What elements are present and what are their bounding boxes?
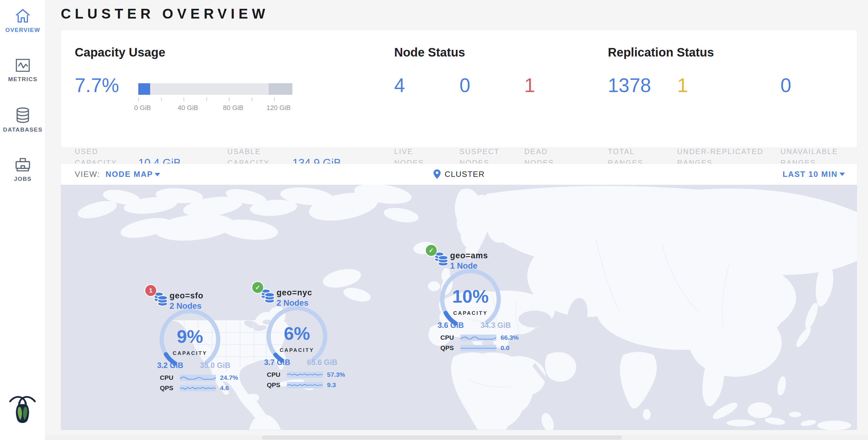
axis-tick-label: 80 GiB [223, 104, 243, 112]
capacity-total-label: 65.6 GiB [301, 358, 343, 367]
view-dropdown-value: NODE MAP [105, 169, 153, 179]
capacity-percent: 7.7% [75, 74, 119, 97]
summary-stat-value: 4 [394, 74, 405, 97]
map-toolbar: VIEW: NODE MAP CLUSTER LAST 10 MIN [61, 163, 857, 185]
cpu-label: CPU [440, 334, 456, 341]
cpu-label: CPU [267, 371, 283, 378]
capacity-used-label: 3.7 GiB [256, 358, 299, 367]
sidebar-item-overview[interactable]: OVERVIEW [0, 8, 45, 33]
cpu-sparkline [180, 375, 216, 381]
qps-value: 0.0 [501, 344, 509, 352]
location-pin-icon [433, 169, 441, 179]
capacity-total-label: 35.0 GiB [194, 361, 237, 370]
summary-stat-value: 1 [524, 74, 535, 97]
view-dropdown[interactable]: NODE MAP [105, 169, 160, 179]
sidebar-item-label: DATABASES [0, 126, 45, 133]
capacity-bar-reserved-segment [269, 83, 292, 95]
cpu-value: 57.3% [327, 371, 345, 378]
node-status-badge: ✓ [252, 282, 263, 293]
map-node-widget[interactable]: 1 geo=sfo 2 Nodes 9% CAPACITY 3.2 GiB 35… [143, 283, 243, 396]
sidebar-item-label: METRICS [0, 76, 45, 83]
node-status-badge: ✓ [426, 245, 437, 256]
home-icon [14, 8, 31, 24]
qps-label: QPS [267, 381, 283, 389]
axis-tick-label: 120 GiB [267, 104, 291, 112]
time-range-dropdown[interactable]: LAST 10 MIN [783, 169, 845, 179]
summary-stat-value: 0 [460, 74, 470, 97]
axis-tick [206, 97, 207, 101]
capacity-total-label: 34.3 GiB [474, 321, 517, 330]
summary-stat-value: 0 [780, 74, 792, 97]
horizontal-scrollbar-thumb[interactable] [262, 435, 622, 440]
chevron-down-icon [155, 173, 160, 176]
node-status-heading: Node Status [394, 45, 465, 59]
node-stats: CPU 66.3% QPS 0.0 [440, 333, 519, 353]
horizontal-scrollbar[interactable] [0, 435, 868, 440]
cluster-summary-card: Capacity Usage 7.7% 0 GiB40 GiB80 GiB120… [61, 30, 857, 148]
sidebar-item-jobs[interactable]: JOBS [0, 157, 45, 182]
node-map[interactable]: 1 geo=sfo 2 Nodes 9% CAPACITY 3.2 GiB 35… [61, 185, 857, 430]
svg-text:10%: 10% [452, 286, 489, 307]
capacity-usage-heading: Capacity Usage [75, 45, 165, 59]
sidebar-item-metrics[interactable]: METRICS [0, 58, 45, 83]
axis-tick-label: 0 GiB [134, 104, 151, 112]
map-node-widget[interactable]: ✓ geo=nyc 2 Nodes 6% CAPACITY 3.7 GiB 65… [250, 280, 350, 392]
node-locality-label: geo=nyc [277, 288, 312, 297]
axis-tick [138, 97, 139, 101]
chevron-down-icon [839, 172, 845, 176]
capacity-bar [138, 83, 292, 95]
qps-value: 4.6 [220, 384, 229, 392]
node-stats: CPU 57.3% QPS 9.3 [267, 370, 345, 390]
capacity-bar-axis: 0 GiB40 GiB80 GiB120 GiB [138, 97, 292, 116]
summary-stat-value: 1 [677, 74, 688, 97]
axis-tick [274, 97, 275, 101]
node-locality-label: geo=sfo [169, 291, 203, 301]
qps-label: QPS [440, 344, 456, 352]
capacity-bar-used-fill [138, 83, 150, 95]
breadcrumb-cluster[interactable]: CLUSTER [445, 169, 485, 179]
cpu-value: 24.7% [220, 374, 238, 381]
summary-stat-value: 1378 [608, 74, 651, 97]
cpu-sparkline [460, 335, 496, 341]
sidebar: OVERVIEW METRICS DATABASES JOBS [0, 0, 45, 440]
qps-sparkline [180, 385, 216, 391]
axis-tick [161, 97, 162, 101]
map-node-widget[interactable]: ✓ geo=ams 1 Node 10% CAPACITY 3.6 GiB 34… [423, 243, 524, 355]
qps-value: 9.3 [327, 381, 336, 389]
svg-text:9%: 9% [177, 326, 203, 347]
svg-text:CAPACITY: CAPACITY [280, 347, 314, 353]
cpu-sparkline [287, 372, 323, 378]
axis-tick [229, 97, 229, 101]
database-icon [15, 107, 31, 123]
page-title: CLUSTER OVERVIEW [61, 5, 269, 22]
briefcase-icon [14, 157, 31, 172]
qps-sparkline [460, 345, 496, 351]
metrics-icon [15, 58, 31, 73]
cockroachdb-logo [8, 394, 36, 426]
breadcrumb: CLUSTER [433, 169, 485, 179]
qps-sparkline [287, 382, 323, 388]
svg-text:CAPACITY: CAPACITY [173, 350, 207, 356]
axis-tick [252, 97, 252, 101]
sidebar-item-databases[interactable]: DATABASES [0, 107, 45, 133]
capacity-used-label: 3.6 GiB [429, 321, 472, 330]
axis-tick [184, 97, 184, 101]
node-locality-label: geo=ams [450, 251, 488, 260]
cpu-value: 66.3% [501, 334, 519, 341]
svg-text:CAPACITY: CAPACITY [453, 310, 488, 316]
axis-tick-label: 40 GiB [178, 104, 198, 112]
svg-text:6%: 6% [284, 323, 310, 344]
capacity-used-label: 3.2 GiB [149, 361, 191, 370]
cpu-label: CPU [160, 374, 176, 381]
sidebar-item-label: JOBS [0, 176, 45, 182]
time-range-value: LAST 10 MIN [783, 169, 838, 179]
qps-label: QPS [160, 384, 176, 392]
replication-status-heading: Replication Status [608, 45, 714, 59]
node-status-badge: 1 [145, 285, 156, 296]
node-stats: CPU 24.7% QPS 4.6 [160, 373, 238, 393]
sidebar-item-label: OVERVIEW [0, 27, 45, 33]
view-label: VIEW: [75, 169, 100, 179]
